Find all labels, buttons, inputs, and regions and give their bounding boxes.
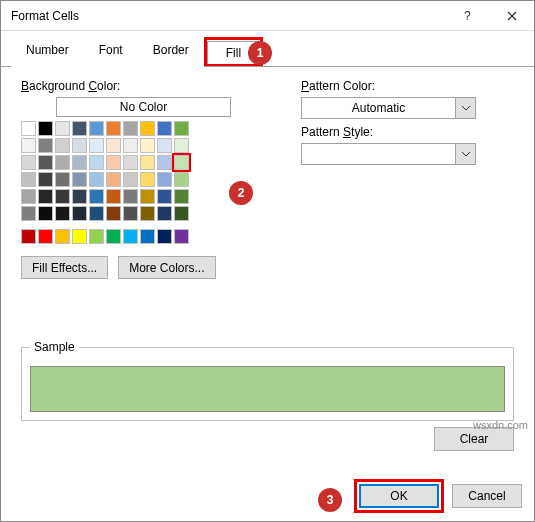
color-swatch[interactable] (157, 206, 172, 221)
color-swatch[interactable] (174, 229, 189, 244)
color-swatch[interactable] (89, 121, 104, 136)
color-swatch[interactable] (106, 229, 121, 244)
color-swatch[interactable] (174, 206, 189, 221)
color-swatch[interactable] (123, 121, 138, 136)
color-swatch[interactable] (106, 189, 121, 204)
color-swatch[interactable] (21, 155, 36, 170)
color-swatch[interactable] (21, 189, 36, 204)
color-swatch[interactable] (140, 155, 155, 170)
color-swatch[interactable] (123, 172, 138, 187)
color-swatch[interactable] (55, 172, 70, 187)
color-swatch[interactable] (174, 138, 189, 153)
color-swatch[interactable] (72, 172, 87, 187)
tab-font[interactable]: Font (84, 38, 138, 67)
color-swatch[interactable] (38, 155, 53, 170)
ok-button-highlight: OK (354, 479, 444, 513)
tab-border[interactable]: Border (138, 38, 204, 67)
dialog-footer: OK Cancel (354, 479, 522, 513)
color-swatch[interactable] (55, 229, 70, 244)
color-swatch[interactable] (72, 189, 87, 204)
color-swatch[interactable] (89, 155, 104, 170)
color-swatch[interactable] (123, 138, 138, 153)
color-swatch[interactable] (89, 172, 104, 187)
color-swatch[interactable] (89, 229, 104, 244)
color-swatch[interactable] (174, 121, 189, 136)
color-swatch[interactable] (72, 229, 87, 244)
titlebar: Format Cells ? (1, 1, 534, 31)
color-swatch[interactable] (157, 121, 172, 136)
color-swatch[interactable] (21, 138, 36, 153)
color-swatch[interactable] (140, 138, 155, 153)
annotation-marker-3: 3 (318, 488, 342, 512)
pattern-color-select[interactable]: Automatic (301, 97, 476, 119)
color-swatch[interactable] (174, 155, 189, 170)
color-swatch[interactable] (38, 172, 53, 187)
color-swatch[interactable] (106, 172, 121, 187)
help-button[interactable]: ? (444, 1, 489, 31)
color-swatch[interactable] (21, 172, 36, 187)
fill-effects-button[interactable]: Fill Effects... (21, 256, 108, 279)
color-swatch[interactable] (106, 206, 121, 221)
color-palette-standard (21, 229, 261, 244)
color-swatch[interactable] (38, 121, 53, 136)
window-title: Format Cells (1, 9, 444, 23)
chevron-down-icon (455, 144, 475, 164)
color-swatch[interactable] (123, 229, 138, 244)
color-swatch[interactable] (21, 229, 36, 244)
color-swatch[interactable] (72, 121, 87, 136)
color-swatch[interactable] (72, 155, 87, 170)
color-swatch[interactable] (38, 138, 53, 153)
color-swatch[interactable] (89, 206, 104, 221)
sample-preview (30, 366, 505, 412)
ok-button[interactable]: OK (359, 484, 439, 508)
color-swatch[interactable] (38, 229, 53, 244)
color-swatch[interactable] (157, 229, 172, 244)
color-swatch[interactable] (21, 121, 36, 136)
color-swatch[interactable] (157, 138, 172, 153)
pattern-style-label: Pattern Style: (301, 125, 514, 139)
color-swatch[interactable] (72, 206, 87, 221)
color-swatch[interactable] (123, 189, 138, 204)
color-swatch[interactable] (72, 138, 87, 153)
color-swatch[interactable] (55, 206, 70, 221)
color-swatch[interactable] (89, 189, 104, 204)
watermark: wsxdn.com (473, 419, 528, 431)
chevron-down-icon (455, 98, 475, 118)
color-swatch[interactable] (55, 189, 70, 204)
tab-content: Background Color: No Color Fill Effects.… (1, 67, 534, 467)
more-colors-button[interactable]: More Colors... (118, 256, 215, 279)
color-swatch[interactable] (140, 121, 155, 136)
format-cells-dialog: Format Cells ? Number Font Border Fill B… (0, 0, 535, 522)
close-button[interactable] (489, 1, 534, 31)
color-swatch[interactable] (106, 121, 121, 136)
color-palette-theme (21, 121, 261, 221)
pattern-style-select[interactable] (301, 143, 476, 165)
color-swatch[interactable] (89, 138, 104, 153)
sample-group: Sample (21, 347, 514, 421)
color-swatch[interactable] (55, 121, 70, 136)
color-swatch[interactable] (174, 189, 189, 204)
color-swatch[interactable] (140, 229, 155, 244)
color-swatch[interactable] (55, 138, 70, 153)
color-swatch[interactable] (123, 155, 138, 170)
color-swatch[interactable] (140, 172, 155, 187)
cancel-button[interactable]: Cancel (452, 484, 522, 508)
color-swatch[interactable] (157, 155, 172, 170)
color-swatch[interactable] (157, 189, 172, 204)
color-swatch[interactable] (106, 138, 121, 153)
color-swatch[interactable] (106, 155, 121, 170)
annotation-marker-2: 2 (229, 181, 253, 205)
color-swatch[interactable] (140, 189, 155, 204)
color-swatch[interactable] (55, 155, 70, 170)
color-swatch[interactable] (38, 206, 53, 221)
pattern-color-label: Pattern Color: (301, 79, 514, 93)
svg-text:?: ? (464, 11, 471, 21)
color-swatch[interactable] (140, 206, 155, 221)
color-swatch[interactable] (38, 189, 53, 204)
no-color-button[interactable]: No Color (56, 97, 231, 117)
color-swatch[interactable] (123, 206, 138, 221)
tab-number[interactable]: Number (11, 38, 84, 67)
color-swatch[interactable] (21, 206, 36, 221)
color-swatch[interactable] (174, 172, 189, 187)
color-swatch[interactable] (157, 172, 172, 187)
